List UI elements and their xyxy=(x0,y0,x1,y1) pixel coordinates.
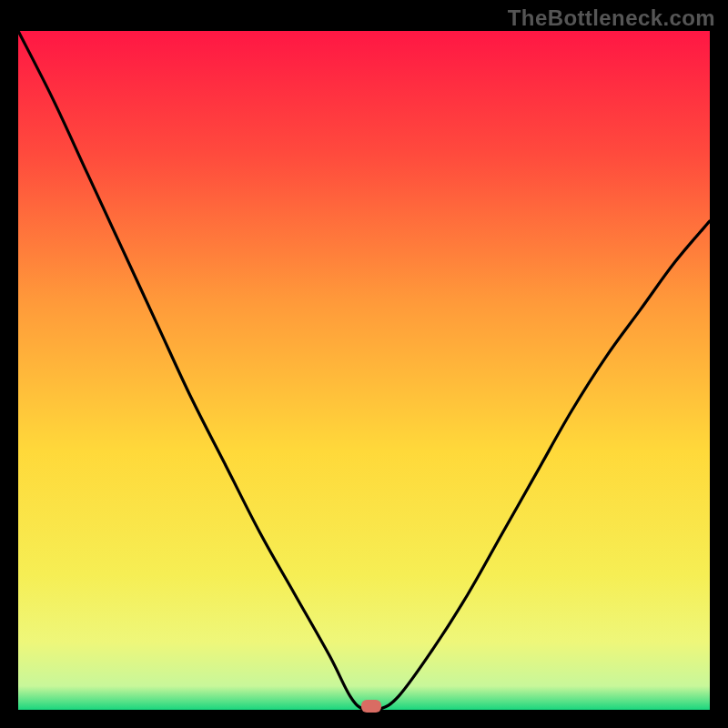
chart-frame: TheBottleneck.com xyxy=(0,0,728,728)
plot-area xyxy=(18,31,710,710)
optimal-point-marker xyxy=(361,700,381,713)
plot-inner xyxy=(18,31,710,710)
watermark: TheBottleneck.com xyxy=(508,5,715,31)
bottleneck-curve xyxy=(18,31,710,710)
